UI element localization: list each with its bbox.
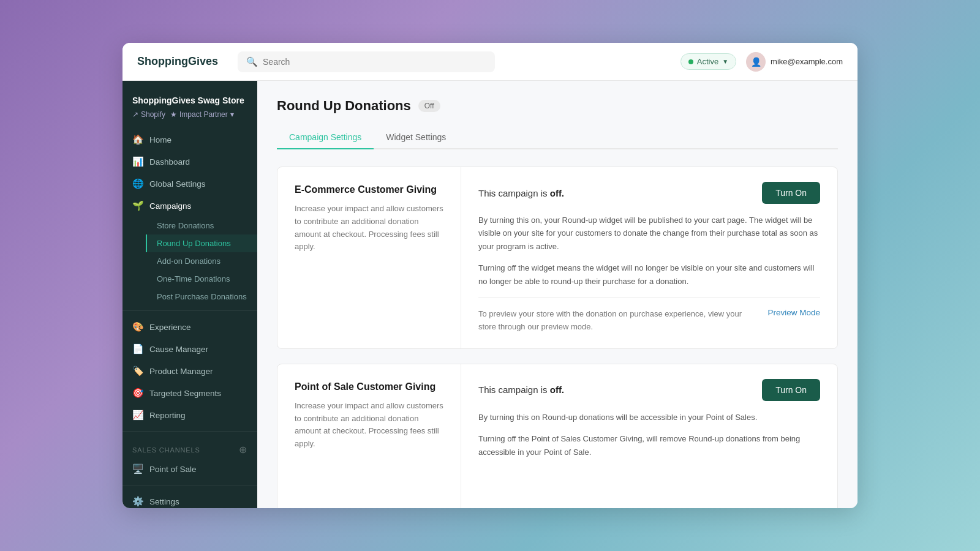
sidebar: ShoppingGives Swag Store ↗ Shopify ★ Imp… (123, 81, 257, 508)
ecommerce-turn-on-button[interactable]: Turn On (762, 182, 820, 204)
cause-icon: 📄 (132, 343, 143, 354)
ecommerce-card-left: E-Commerce Customer Giving Increase your… (277, 167, 461, 348)
pos-card-left: Point of Sale Customer Giving Increase y… (277, 364, 461, 508)
main-content: Round Up Donations Off Campaign Settings… (257, 81, 858, 508)
dashboard-icon: 📊 (132, 156, 143, 167)
campaigns-sub-nav: Store Donations Round Up Donations Add-o… (123, 217, 257, 305)
chevron-down-icon: ▼ (722, 58, 728, 65)
user-info: 👤 mike@example.com (746, 52, 843, 72)
store-name: ShoppingGives Swag Store (132, 96, 247, 105)
pos-status-text: This campaign is off. (478, 384, 564, 395)
product-icon: 🏷️ (132, 365, 143, 377)
status-badge[interactable]: Active ▼ (680, 53, 736, 70)
sidebar-item-global-settings[interactable]: 🌐 Global Settings (123, 173, 257, 195)
ecommerce-card-title: E-Commerce Customer Giving (295, 184, 443, 195)
ecommerce-card-right: This campaign is off. Turn On By turning… (461, 167, 837, 348)
sidebar-item-experience[interactable]: 🎨 Experience (123, 316, 257, 338)
tab-campaign-settings[interactable]: Campaign Settings (277, 126, 374, 149)
tab-widget-settings[interactable]: Widget Settings (374, 126, 458, 149)
store-info: ShoppingGives Swag Store ↗ Shopify ★ Imp… (123, 91, 257, 129)
pos-card-title: Point of Sale Customer Giving (295, 381, 443, 392)
sidebar-item-dashboard[interactable]: 📊 Dashboard (123, 151, 257, 173)
sidebar-item-targeted-segments[interactable]: 🎯 Targeted Segments (123, 382, 257, 404)
user-email: mike@example.com (771, 57, 843, 66)
sidebar-item-settings[interactable]: ⚙️ Settings (123, 490, 257, 508)
status-label: Active (697, 57, 718, 66)
settings-icon: ⚙️ (132, 496, 143, 507)
segments-icon: 🎯 (132, 388, 143, 399)
avatar: 👤 (746, 52, 766, 72)
pos-icon: 🖥️ (132, 463, 143, 474)
campaigns-icon: 🌱 (132, 200, 143, 211)
sidebar-item-home[interactable]: 🏠 Home (123, 129, 257, 151)
search-icon: 🔍 (246, 56, 258, 67)
campaign-divider (478, 298, 820, 298)
ecommerce-desc2: Turning off the widget means the widget … (478, 261, 820, 288)
experience-icon: 🎨 (132, 321, 143, 332)
sidebar-item-store-donations[interactable]: Store Donations (147, 217, 257, 234)
page-title: Round Up Donations (277, 98, 411, 114)
pos-desc2: Turning off the Point of Sales Customer … (478, 432, 820, 459)
ecommerce-card-desc: Increase your impact and allow customers… (295, 203, 443, 253)
search-bar[interactable]: 🔍 (238, 51, 495, 72)
sidebar-item-label: Product Manager (149, 367, 213, 376)
sidebar-item-product-manager[interactable]: 🏷️ Product Manager (123, 360, 257, 382)
sidebar-item-label: Dashboard (149, 157, 190, 167)
pos-card-right: This campaign is off. Turn On By turning… (461, 364, 837, 508)
shopify-link[interactable]: ↗ Shopify (132, 110, 165, 119)
preview-mode-link[interactable]: Preview Mode (767, 308, 820, 317)
sales-channels-label: SALES CHANNELS ⊕ (123, 437, 257, 458)
star-icon: ★ (170, 110, 177, 119)
app-logo: ShoppingGives (137, 55, 218, 68)
sidebar-item-add-on-donations[interactable]: Add-on Donations (147, 252, 257, 270)
nav-right: Active ▼ 👤 mike@example.com (680, 52, 843, 72)
sidebar-item-post-purchase-donations[interactable]: Post Purchase Donations (147, 288, 257, 305)
preview-text: To preview your store with the donation … (478, 308, 758, 334)
sidebar-item-reporting[interactable]: 📈 Reporting (123, 404, 257, 426)
pos-campaign-card: Point of Sale Customer Giving Increase y… (277, 364, 838, 508)
active-dot-icon (688, 59, 693, 64)
sidebar-item-label: Experience (149, 323, 191, 332)
home-icon: 🏠 (132, 134, 143, 145)
sidebar-item-label: Point of Sale (149, 465, 197, 474)
sidebar-nav: 🏠 Home 📊 Dashboard 🌐 Global Settings 🌱 C… (123, 129, 257, 508)
impact-partner-badge[interactable]: ★ Impact Partner ▾ (170, 110, 234, 119)
off-badge: Off (418, 100, 440, 112)
ecommerce-desc1: By turning this on, your Round-up widget… (478, 214, 820, 253)
pos-status-row: This campaign is off. Turn On (478, 379, 820, 401)
ecommerce-status-text: This campaign is off. (478, 188, 564, 198)
sidebar-item-label: Home (149, 135, 172, 144)
sidebar-item-label: Cause Manager (149, 345, 208, 354)
shopify-icon: ↗ (132, 110, 138, 119)
add-channel-icon[interactable]: ⊕ (239, 444, 247, 455)
ecommerce-status-row: This campaign is off. Turn On (478, 182, 820, 204)
preview-row: To preview your store with the donation … (478, 308, 820, 334)
sidebar-item-label: Targeted Segments (149, 389, 221, 398)
pos-turn-on-button[interactable]: Turn On (762, 379, 820, 401)
sidebar-item-point-of-sale[interactable]: 🖥️ Point of Sale (123, 458, 257, 480)
sidebar-item-label: Settings (149, 497, 179, 506)
pos-card-desc: Increase your impact and allow customers… (295, 400, 443, 451)
sidebar-item-one-time-donations[interactable]: One-Time Donations (147, 270, 257, 288)
sidebar-item-campaigns[interactable]: 🌱 Campaigns (123, 195, 257, 217)
chevron-icon: ▾ (230, 110, 234, 119)
ecommerce-campaign-card: E-Commerce Customer Giving Increase your… (277, 167, 838, 349)
sidebar-item-label: Global Settings (149, 179, 206, 189)
pos-desc1: By turning this on Round-up donations wi… (478, 411, 820, 424)
sidebar-item-round-up-donations[interactable]: Round Up Donations (146, 234, 257, 252)
sidebar-item-label: Campaigns (149, 201, 191, 211)
tabs: Campaign Settings Widget Settings (277, 126, 838, 149)
sidebar-item-cause-manager[interactable]: 📄 Cause Manager (123, 338, 257, 360)
sidebar-item-label: Reporting (149, 411, 186, 420)
globe-icon: 🌐 (132, 178, 143, 189)
page-header: Round Up Donations Off (277, 98, 838, 114)
top-nav: ShoppingGives 🔍 Active ▼ 👤 mike@example.… (123, 43, 858, 81)
reporting-icon: 📈 (132, 410, 143, 421)
search-input[interactable] (263, 57, 486, 67)
